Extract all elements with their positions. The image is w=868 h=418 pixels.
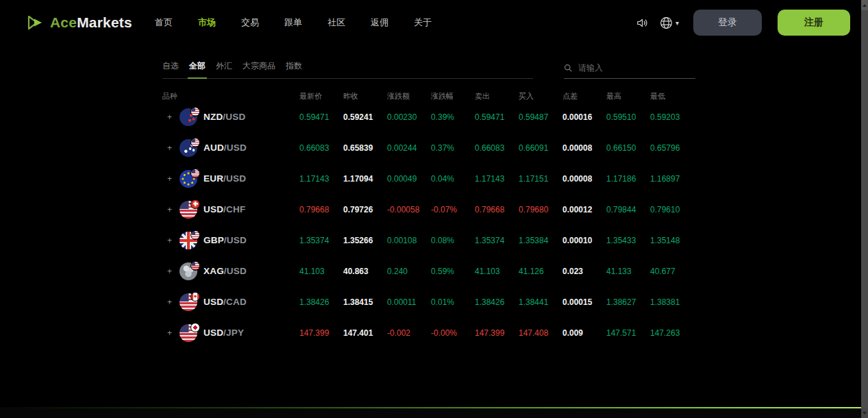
expand-row-button[interactable]: + (167, 267, 173, 276)
cell-last: 0.59471 (299, 112, 343, 122)
table-row-usdjpy[interactable]: +USD/JPY147.399147.401-0.002-0.00%147.39… (162, 317, 695, 348)
table-row-usdchf[interactable]: +USD/CHF0.796680.79726-0.00058-0.07%0.79… (162, 194, 695, 225)
cell-change: 0.00244 (387, 143, 431, 153)
register-button[interactable]: 注册 (778, 10, 850, 36)
main-nav: 首页市场交易跟单社区返佣关于 (155, 16, 432, 29)
table-row-usdcad[interactable]: +USD/CAD1.384261.384150.000110.01%1.3842… (162, 286, 695, 317)
cell-prev_close: 1.38415 (343, 297, 387, 307)
usd-flag-icon (179, 201, 197, 219)
tab-favorites[interactable]: 自选 (162, 60, 179, 72)
usd-flag-icon (190, 138, 200, 147)
cell-change: -0.002 (387, 328, 431, 338)
expand-row-button[interactable]: + (167, 297, 173, 307)
nav-item-market[interactable]: 市场 (198, 16, 216, 29)
column-header-2: 昨收 (343, 91, 387, 101)
nav-item-trade[interactable]: 交易 (241, 16, 259, 29)
nav-item-about[interactable]: 关于 (414, 16, 432, 29)
brand-logo[interactable]: AceMarkets (27, 14, 132, 31)
usd-flag-icon (179, 324, 197, 342)
cell-change: 0.00049 (387, 174, 431, 184)
cell-change: -0.00058 (387, 205, 431, 214)
column-header-0: 品种 (162, 91, 299, 101)
cell-spread: 0.00012 (562, 205, 606, 214)
xag-flag-icon (179, 262, 197, 280)
gbp-flag-icon (179, 232, 197, 249)
instrument-symbol: NZD/USD (203, 112, 245, 122)
nav-item-rebate[interactable]: 返佣 (371, 16, 388, 29)
market-toolbar: 自选全部外汇大宗商品指数 (162, 60, 695, 79)
cell-high: 1.38627 (606, 297, 650, 307)
expand-row-button[interactable]: + (167, 205, 173, 214)
tab-commodities[interactable]: 大宗商品 (243, 60, 275, 72)
globe-icon (659, 16, 673, 30)
search-input[interactable] (577, 62, 682, 73)
tab-indices[interactable]: 指数 (286, 60, 302, 72)
cell-change: 0.00011 (387, 297, 431, 307)
cell-spread: 0.00008 (562, 174, 606, 184)
cell-prev_close: 147.401 (343, 328, 387, 338)
cell-low: 40.677 (650, 267, 694, 276)
cell-high: 0.59510 (606, 112, 650, 122)
scrollbar-thumb[interactable] (861, 10, 868, 408)
table-row-eurusd[interactable]: +EUR/USD1.171431.170940.000490.04%1.1714… (162, 163, 695, 194)
cell-change: 0.240 (387, 267, 431, 276)
table-row-audusd[interactable]: +AUD/USD0.660830.658390.002440.37%0.6608… (162, 132, 695, 163)
cell-sell: 1.38426 (475, 297, 519, 307)
table-row-xagusd[interactable]: +XAG/USD41.10340.8630.2400.59%41.10341.1… (162, 256, 695, 286)
brand-name-primary: Ace (50, 14, 77, 30)
expand-row-button[interactable]: + (167, 143, 173, 153)
cell-high: 1.35433 (606, 236, 650, 245)
cell-sell: 0.66083 (475, 143, 519, 153)
cell-sell: 41.103 (475, 267, 519, 276)
cell-spread: 0.00008 (562, 143, 606, 153)
brand-name: AceMarkets (50, 14, 132, 31)
instrument-symbol: EUR/USD (203, 173, 246, 184)
nav-item-community[interactable]: 社区 (327, 16, 345, 29)
chf-flag-icon (190, 199, 200, 209)
cell-prev_close: 1.35266 (343, 236, 387, 245)
cell-change_pct: 0.39% (431, 112, 475, 122)
search-box[interactable] (564, 62, 695, 79)
column-header-4: 涨跌幅 (431, 91, 475, 101)
cell-buy: 1.35384 (519, 236, 562, 245)
instrument-cell: +NZD/USD (162, 108, 299, 126)
expand-row-button[interactable]: + (167, 236, 173, 245)
usd-flag-icon (190, 169, 200, 178)
cell-change_pct: 0.08% (431, 236, 475, 245)
cell-prev_close: 0.59241 (343, 112, 387, 122)
cell-prev_close: 0.79726 (343, 205, 387, 214)
instrument-symbol: GBP/USD (203, 235, 247, 245)
expand-row-button[interactable]: + (167, 174, 173, 184)
footer-bar (0, 408, 861, 418)
scrollbar-up-button[interactable] (861, 0, 868, 10)
cell-buy: 1.17151 (519, 174, 562, 184)
table-row-nzdusd[interactable]: +NZD/USD0.594710.592410.002300.39%0.5947… (162, 101, 695, 132)
nav-item-copy-trading[interactable]: 跟单 (284, 16, 302, 29)
table-header-row: 品种最新价昨收涨跌额涨跌幅卖出买入点差最高最低 (162, 91, 695, 101)
cell-sell: 0.59471 (475, 112, 519, 122)
instrument-symbol: USD/JPY (203, 328, 244, 338)
login-button[interactable]: 登录 (693, 10, 762, 36)
instrument-symbol: USD/CHF (203, 204, 245, 214)
cell-high: 41.133 (606, 267, 650, 276)
tab-forex[interactable]: 外汇 (216, 60, 232, 72)
cell-change_pct: 0.59% (431, 267, 475, 276)
table-row-gbpusd[interactable]: +GBP/USD1.353741.352660.001080.08%1.3537… (162, 225, 695, 256)
jpy-flag-icon (190, 323, 200, 332)
scrollbar-down-button[interactable] (861, 408, 868, 418)
cell-sell: 147.399 (475, 328, 519, 338)
nav-item-home[interactable]: 首页 (155, 16, 173, 29)
scrollbar[interactable] (861, 0, 868, 418)
cell-high: 1.17186 (606, 174, 650, 184)
cell-buy: 0.79680 (519, 205, 562, 214)
sound-toggle[interactable] (636, 16, 649, 29)
cell-sell: 1.17143 (475, 174, 519, 184)
column-header-7: 点差 (562, 91, 606, 101)
magnifier-icon (564, 64, 573, 73)
instrument-cell: +XAG/USD (162, 262, 299, 280)
expand-row-button[interactable]: + (167, 112, 173, 122)
tab-all[interactable]: 全部 (189, 60, 206, 72)
expand-row-button[interactable]: + (167, 328, 173, 338)
column-header-9: 最低 (650, 91, 694, 101)
language-selector[interactable]: ▾ (659, 16, 679, 30)
